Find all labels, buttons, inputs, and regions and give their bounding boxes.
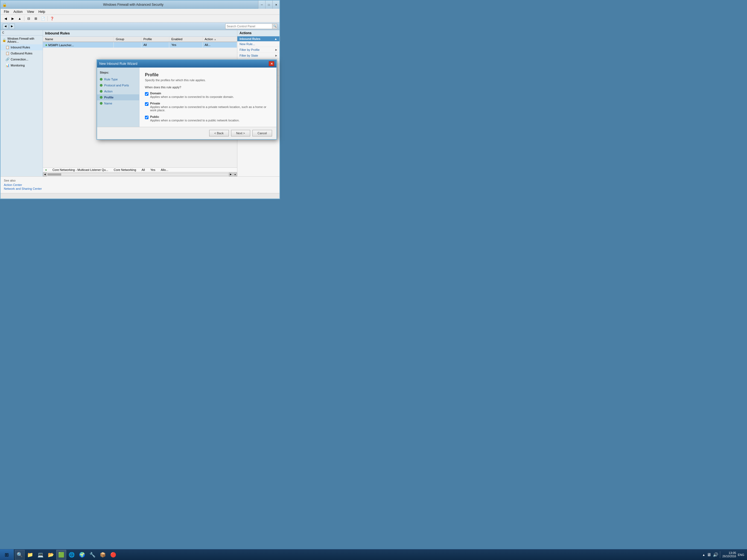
menu-file[interactable]: File bbox=[2, 9, 11, 14]
checkbox-public-input[interactable] bbox=[145, 116, 149, 119]
search-box: 🔍 bbox=[225, 24, 277, 29]
checkbox-private-label: Private Applies when a computer is conne… bbox=[150, 102, 271, 112]
properties-button[interactable]: 📄 bbox=[40, 16, 46, 22]
modal-titlebar: New Inbound Rule Wizard ✕ bbox=[97, 60, 277, 68]
checkbox-domain-input[interactable] bbox=[145, 92, 149, 96]
cp-nav: ◀ ▶ bbox=[3, 24, 15, 29]
cancel-button[interactable]: Cancel bbox=[252, 130, 272, 136]
step-rule-type[interactable]: Rule Type bbox=[97, 76, 139, 82]
menu-help[interactable]: Help bbox=[36, 9, 48, 14]
checkbox-private-name: Private bbox=[150, 102, 271, 105]
green-dot: ● bbox=[45, 43, 47, 47]
view-toggle[interactable]: ⊞ bbox=[32, 16, 39, 22]
see-also-area: See also Action Center Network and Shari… bbox=[1, 176, 279, 193]
show-hide-panel[interactable]: ⊟ bbox=[25, 16, 32, 22]
modal-dialog: New Inbound Rule Wizard ✕ Steps: Rule Ty… bbox=[97, 59, 277, 140]
action-filter-state[interactable]: Filter by State ▶ bbox=[237, 53, 279, 58]
outbound-icon: 📋 bbox=[5, 51, 9, 55]
checkbox-domain-name: Domain bbox=[150, 92, 234, 95]
checkbox-domain-label: Domain Applies when a computer is connec… bbox=[150, 92, 234, 98]
modal-question: When does this rule apply? bbox=[145, 85, 271, 89]
search-input[interactable] bbox=[226, 25, 272, 28]
status-bar bbox=[1, 193, 279, 199]
window-controls: ─ □ ✕ bbox=[258, 1, 279, 8]
col-profile[interactable]: Profile bbox=[141, 36, 169, 42]
scroll-track[interactable] bbox=[47, 173, 228, 176]
checkbox-domain-desc: Applies when a computer is connected to … bbox=[150, 95, 234, 98]
see-also-network-center[interactable]: Network and Sharing Center bbox=[4, 187, 276, 190]
step-dot-profile bbox=[100, 96, 103, 99]
close-button[interactable]: ✕ bbox=[272, 1, 279, 9]
scroll-thumb[interactable] bbox=[48, 173, 61, 176]
checkbox-private-input[interactable] bbox=[145, 102, 149, 106]
checkbox-public: Public Applies when a computer is connec… bbox=[145, 115, 271, 122]
bottom-row-green: ● bbox=[45, 168, 47, 172]
modal-close-button[interactable]: ✕ bbox=[269, 61, 274, 66]
leftnav-item-monitoring[interactable]: 📊 Monitoring bbox=[1, 62, 43, 68]
leftnav-item-firewall[interactable]: 🔒 Windows Firewall with Advanc... bbox=[1, 36, 43, 44]
col-name[interactable]: Name bbox=[43, 36, 113, 42]
modal-footer: < Back Next > Cancel bbox=[97, 127, 277, 139]
sort-icon: ▲ bbox=[214, 38, 216, 41]
step-action[interactable]: Action bbox=[97, 88, 139, 94]
modal-content-panel: Profile Specify the profiles for which t… bbox=[139, 68, 277, 127]
minimize-button[interactable]: ─ bbox=[258, 1, 265, 9]
leftnav-label-firewall: Windows Firewall with Advanc... bbox=[7, 37, 41, 43]
next-button[interactable]: Next > bbox=[231, 130, 250, 136]
step-profile[interactable]: Profile bbox=[97, 94, 139, 100]
modal-steps-panel: Steps: Rule Type Protocol and Ports Acti… bbox=[97, 68, 139, 127]
see-also-action-center[interactable]: Action Center bbox=[4, 183, 276, 186]
leftnav-item-inbound[interactable]: 📋 Inbound Rules bbox=[1, 44, 43, 50]
leftnav-item-connection[interactable]: 🔗 Connection... bbox=[1, 56, 43, 62]
firewall-icon: 🔒 bbox=[2, 38, 6, 42]
bottom-row: ● Core Networking - Multicast Listener Q… bbox=[43, 167, 237, 172]
checkbox-public-name: Public bbox=[150, 115, 239, 119]
forward-button[interactable]: ▶ bbox=[9, 16, 16, 22]
step-dot-protocol bbox=[100, 84, 103, 87]
cell-profile: All bbox=[141, 42, 169, 48]
scroll-up-btn[interactable]: ▲ bbox=[233, 173, 237, 176]
search-button[interactable]: 🔍 bbox=[272, 24, 277, 29]
checkbox-private-desc: Applies when a computer is connected to … bbox=[150, 105, 271, 112]
checkbox-public-label: Public Applies when a computer is connec… bbox=[150, 115, 239, 122]
app-icon: 🔒 bbox=[2, 2, 7, 7]
cell-action: All... bbox=[202, 42, 237, 48]
menu-action[interactable]: Action bbox=[11, 9, 25, 14]
help-button[interactable]: ❓ bbox=[49, 16, 55, 22]
checkbox-private: Private Applies when a computer is conne… bbox=[145, 102, 271, 112]
col-enabled[interactable]: Enabled bbox=[169, 36, 202, 42]
back-button[interactable]: < Back bbox=[209, 130, 229, 136]
cp-back-button[interactable]: ◀ bbox=[3, 24, 8, 29]
maximize-button[interactable]: □ bbox=[265, 1, 272, 9]
up-button[interactable]: ▲ bbox=[17, 16, 23, 22]
cell-group bbox=[113, 42, 141, 48]
toolbar: ◀ ▶ ▲ ⊟ ⊞ 📄 ❓ bbox=[1, 15, 279, 22]
checkbox-public-desc: Applies when a computer is connected to … bbox=[150, 119, 239, 122]
arrow-filter-state: ▶ bbox=[275, 54, 277, 57]
cell-enabled: Yes bbox=[169, 42, 202, 48]
step-protocol-ports[interactable]: Protocol and Ports bbox=[97, 82, 139, 88]
col-group[interactable]: Group bbox=[113, 36, 141, 42]
scroll-left-btn[interactable]: ◀ bbox=[43, 173, 47, 176]
horizontal-scrollbar[interactable]: ◀ ▶ ▲ bbox=[43, 172, 237, 176]
leftnav-label-monitoring: Monitoring bbox=[11, 64, 25, 67]
titlebar: 🔒 Windows Firewall with Advanced Securit… bbox=[1, 1, 279, 9]
step-name[interactable]: Name bbox=[97, 100, 139, 106]
leftnav-item-outbound[interactable]: 📋 Outbound Rules bbox=[1, 50, 43, 56]
scroll-right-btn[interactable]: ▶ bbox=[229, 173, 233, 176]
menu-view[interactable]: View bbox=[25, 9, 36, 14]
checkbox-group: Domain Applies when a computer is connec… bbox=[145, 92, 271, 122]
back-button[interactable]: ◀ bbox=[2, 16, 9, 22]
actions-header: Actions bbox=[237, 30, 279, 36]
action-new-rule[interactable]: New Rule... bbox=[237, 41, 279, 47]
cell-name: ● MSMPI Launcher... bbox=[43, 42, 113, 48]
table-row[interactable]: ● MSMPI Launcher... All Yes All... bbox=[43, 42, 237, 48]
action-filter-profile[interactable]: Filter by Profile ▶ bbox=[237, 47, 279, 53]
cp-forward-button[interactable]: ▶ bbox=[9, 24, 15, 29]
arrow-filter-profile: ▶ bbox=[275, 48, 277, 51]
modal-title: New Inbound Rule Wizard bbox=[99, 62, 137, 66]
modal-body: Steps: Rule Type Protocol and Ports Acti… bbox=[97, 68, 277, 127]
col-action[interactable]: Action ▲ bbox=[202, 36, 237, 42]
actions-section[interactable]: Inbound Rules ▲ bbox=[237, 36, 279, 41]
leftnav-label-connection: Connection... bbox=[11, 58, 28, 61]
